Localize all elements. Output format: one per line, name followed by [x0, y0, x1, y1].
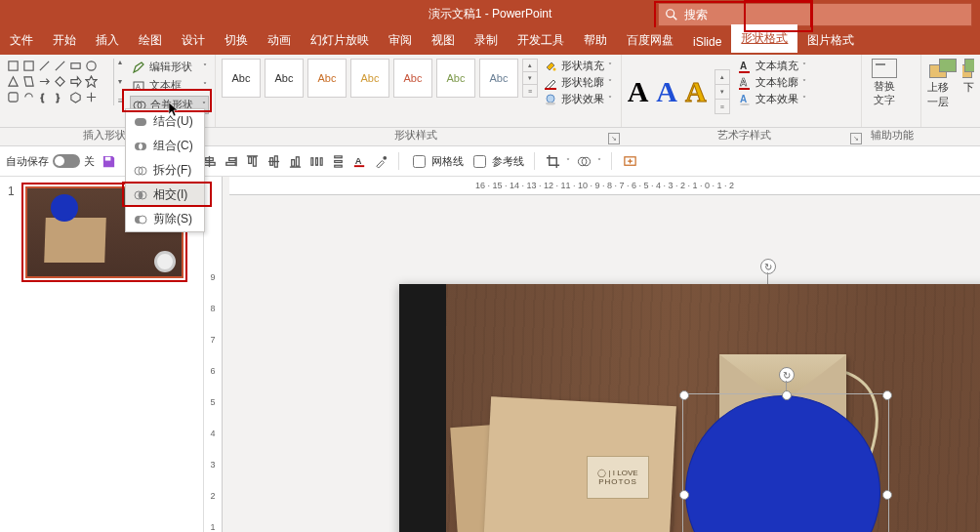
distribute-h-icon[interactable] — [308, 153, 324, 169]
wordart-gallery-scroll[interactable]: ▴▾≡ — [715, 69, 730, 114]
merge-combine[interactable]: 组合(C) — [126, 134, 204, 158]
menu-picture-format[interactable]: 图片格式 — [797, 26, 864, 55]
menu-baidu[interactable]: 百度网盘 — [617, 26, 683, 55]
menu-review[interactable]: 审阅 — [379, 26, 422, 55]
selection-box[interactable] — [682, 393, 889, 532]
group-label-accessibility: 辅助功能 — [865, 128, 919, 145]
effects-icon — [544, 93, 557, 106]
save-button[interactable] — [101, 153, 116, 169]
autosave-toggle[interactable]: 自动保存 关 — [6, 154, 95, 169]
wordart-gallery[interactable]: A A A ▴▾≡ — [628, 59, 730, 125]
font-color-icon[interactable]: A — [351, 153, 367, 169]
menu-home[interactable]: 开始 — [43, 26, 86, 55]
resize-handle-tr[interactable] — [882, 390, 892, 400]
group-label-shape-styles: 形状样式↘ — [209, 128, 623, 145]
shape-styles-gallery[interactable]: Abc Abc Abc Abc Abc Abc Abc ▴▾≡ — [222, 59, 538, 98]
menu-draw[interactable]: 绘图 — [129, 26, 172, 55]
wordart-swatch[interactable]: A — [685, 75, 707, 108]
guides-checkbox[interactable]: 参考线 — [470, 152, 524, 171]
ruler-corner — [204, 177, 223, 195]
wordart-swatch[interactable]: A — [628, 75, 649, 108]
svg-point-0 — [667, 10, 674, 18]
rotation-handle-photo[interactable] — [760, 259, 776, 274]
menu-view[interactable]: 视图 — [422, 26, 465, 55]
align-middle-icon[interactable] — [265, 153, 281, 169]
style-swatch[interactable]: Abc — [222, 59, 261, 98]
shape-outline-button[interactable]: 形状轮廓˅ — [544, 75, 612, 90]
distribute-v-icon[interactable] — [330, 153, 346, 169]
svg-rect-49 — [320, 157, 322, 165]
dialog-launcher-icon[interactable]: ↘ — [850, 133, 862, 144]
alt-text-button[interactable]: 替换 文字 — [868, 59, 901, 105]
merge-subtract[interactable]: 剪除(S) — [126, 207, 204, 231]
svg-point-68 — [139, 216, 146, 224]
align-top-icon[interactable] — [244, 153, 260, 169]
menu-help[interactable]: 帮助 — [574, 26, 617, 55]
search-box[interactable]: 搜索 — [658, 3, 972, 26]
send-backward-button[interactable]: 下 — [962, 59, 974, 125]
group-label-wordart: 艺术字样式↘ — [623, 128, 865, 145]
new-slide-icon[interactable] — [622, 153, 637, 169]
gridlines-checkbox[interactable]: 网格线 — [409, 152, 464, 171]
merge-union[interactable]: 结合(U) — [126, 109, 204, 134]
menu-record[interactable]: 录制 — [465, 26, 508, 55]
slide-canvas-area[interactable]: 16 · 15 · 14 · 13 · 12 · 11 · 10 · 9 · 8… — [204, 177, 980, 532]
style-swatch[interactable]: Abc — [350, 59, 389, 98]
merge-fragment[interactable]: 拆分(F) — [126, 158, 204, 183]
menu-design[interactable]: 设计 — [172, 26, 215, 55]
style-swatch[interactable]: Abc — [265, 59, 304, 98]
menu-file[interactable]: 文件 — [0, 26, 43, 55]
align-bottom-icon[interactable] — [287, 153, 303, 169]
menu-shape-format[interactable]: 形状格式 — [731, 24, 797, 55]
menu-insert[interactable]: 插入 — [86, 26, 129, 55]
text-a-icon: A — [738, 60, 752, 73]
search-placeholder: 搜索 — [684, 7, 708, 23]
resize-handle-ml[interactable] — [679, 490, 689, 500]
wordart-swatch[interactable]: A — [656, 75, 677, 108]
menu-islide[interactable]: iSlide — [683, 29, 731, 55]
shape-combine-icon[interactable] — [576, 153, 592, 169]
titlebar: 演示文稿1 - PowerPoint 搜索 — [0, 0, 980, 27]
svg-rect-48 — [315, 157, 317, 165]
align-right-icon[interactable] — [223, 153, 238, 169]
menu-animations[interactable]: 动画 — [258, 26, 301, 55]
merge-intersect[interactable]: 相交(I) — [126, 183, 204, 207]
svg-marker-13 — [71, 93, 80, 102]
send-backward-icon — [962, 59, 974, 78]
resize-handle-tm[interactable] — [782, 390, 792, 400]
style-swatch[interactable]: Abc — [479, 59, 518, 98]
eyedropper-icon[interactable] — [373, 153, 388, 169]
rotation-handle[interactable] — [779, 367, 795, 383]
resize-handle-tl[interactable] — [679, 390, 689, 400]
shapes-gallery[interactable]: { } — [6, 59, 111, 125]
svg-rect-54 — [353, 165, 363, 167]
svg-point-55 — [383, 155, 387, 159]
bring-forward-button[interactable]: 上移一层 — [927, 59, 959, 125]
svg-rect-37 — [225, 162, 234, 165]
style-swatch[interactable]: Abc — [436, 59, 475, 98]
edit-shape-button[interactable]: 编辑形状˅ — [130, 59, 209, 75]
shape-effects-button[interactable]: 形状效果˅ — [544, 92, 612, 106]
text-fill-button[interactable]: A 文本填充˅ — [738, 59, 806, 73]
combine-icon — [134, 140, 147, 153]
toggle-off-icon — [53, 154, 80, 168]
shapes-gallery-scroll[interactable]: ▴▾≡ — [113, 59, 126, 105]
menu-devtools[interactable]: 开发工具 — [508, 26, 574, 55]
dialog-launcher-icon[interactable]: ↘ — [608, 133, 620, 144]
menu-transitions[interactable]: 切换 — [215, 26, 258, 55]
style-gallery-scroll[interactable]: ▴▾≡ — [522, 59, 538, 98]
svg-text:A: A — [136, 83, 141, 90]
alt-text-icon — [872, 59, 897, 78]
svg-text:A: A — [354, 156, 361, 166]
crop-icon[interactable] — [545, 153, 560, 169]
text-outline-button[interactable]: A 文本轮廓˅ — [738, 75, 806, 90]
style-swatch[interactable]: Abc — [393, 59, 432, 98]
resize-handle-mr[interactable] — [882, 490, 892, 500]
text-box-button[interactable]: A 文本框˅ — [130, 77, 209, 94]
text-a-effects-icon: A — [738, 93, 752, 106]
text-a-outline-icon: A — [738, 76, 752, 90]
style-swatch[interactable]: Abc — [307, 59, 347, 98]
text-effects-button[interactable]: A 文本效果˅ — [738, 92, 806, 106]
shape-fill-button[interactable]: 形状填充˅ — [544, 59, 612, 73]
menu-slideshow[interactable]: 幻灯片放映 — [301, 26, 379, 55]
